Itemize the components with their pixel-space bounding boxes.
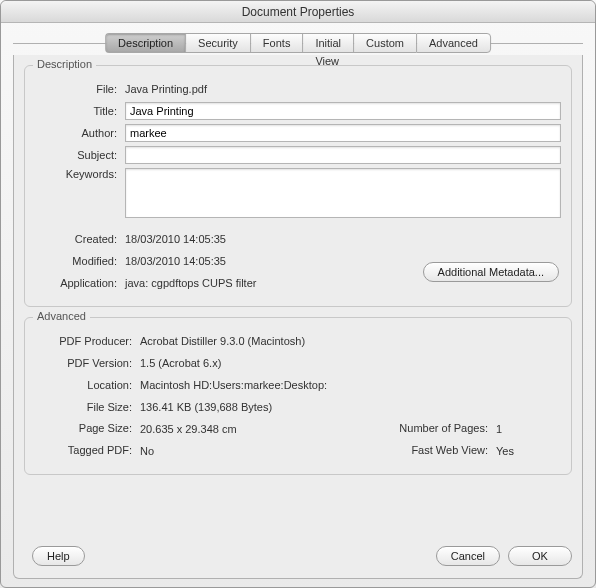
value-created: 18/03/2010 14:05:35 [125, 232, 561, 246]
label-pdf-version: PDF Version: [35, 357, 140, 369]
label-page-size: Page Size: [35, 422, 140, 436]
group-advanced-title: Advanced [33, 310, 90, 322]
label-title: Title: [35, 105, 125, 117]
label-subject: Subject: [35, 149, 125, 161]
value-file-size: 136.41 KB (139,688 Bytes) [140, 400, 561, 414]
label-keywords: Keywords: [35, 168, 125, 180]
tab-initial-view[interactable]: Initial View [302, 33, 353, 53]
label-pdf-producer: PDF Producer: [35, 335, 140, 347]
help-button[interactable]: Help [32, 546, 85, 566]
value-number-of-pages: 1 [496, 422, 561, 436]
group-advanced: Advanced PDF Producer: Acrobat Distiller… [24, 317, 572, 475]
label-fast-web-view: Fast Web View: [361, 444, 496, 458]
label-application: Application: [35, 277, 125, 289]
input-author[interactable] [125, 124, 561, 142]
label-author: Author: [35, 127, 125, 139]
value-tagged-pdf: No [140, 444, 361, 458]
cancel-button[interactable]: Cancel [436, 546, 500, 566]
window-title: Document Properties [242, 5, 355, 19]
value-location: Macintosh HD:Users:markee:Desktop: [140, 378, 561, 392]
tab-fonts[interactable]: Fonts [250, 33, 303, 53]
tab-security[interactable]: Security [185, 33, 250, 53]
value-pdf-version: 1.5 (Acrobat 6.x) [140, 356, 561, 370]
group-description-title: Description [33, 58, 96, 70]
input-subject[interactable] [125, 146, 561, 164]
tab-advanced[interactable]: Advanced [416, 33, 491, 53]
input-title[interactable] [125, 102, 561, 120]
additional-metadata-button[interactable]: Additional Metadata... [423, 262, 559, 282]
label-location: Location: [35, 379, 140, 391]
value-file: Java Printing.pdf [125, 82, 561, 96]
window-titlebar: Document Properties [1, 1, 595, 23]
dialog-footer: Help Cancel OK [24, 546, 572, 566]
value-pdf-producer: Acrobat Distiller 9.3.0 (Macintosh) [140, 334, 561, 348]
tab-custom[interactable]: Custom [353, 33, 416, 53]
tab-description[interactable]: Description [105, 33, 185, 53]
label-modified: Modified: [35, 255, 125, 267]
label-file-size: File Size: [35, 401, 140, 413]
ok-button[interactable]: OK [508, 546, 572, 566]
label-created: Created: [35, 233, 125, 245]
label-number-of-pages: Number of Pages: [361, 422, 496, 436]
label-tagged-pdf: Tagged PDF: [35, 444, 140, 458]
tabbar: Description Security Fonts Initial View … [105, 31, 491, 51]
value-fast-web-view: Yes [496, 444, 561, 458]
value-page-size: 20.635 x 29.348 cm [140, 422, 361, 436]
group-description: Description File: Java Printing.pdf Titl… [24, 65, 572, 307]
input-keywords[interactable] [125, 168, 561, 218]
panel-body: Description File: Java Printing.pdf Titl… [13, 55, 583, 579]
label-file: File: [35, 83, 125, 95]
